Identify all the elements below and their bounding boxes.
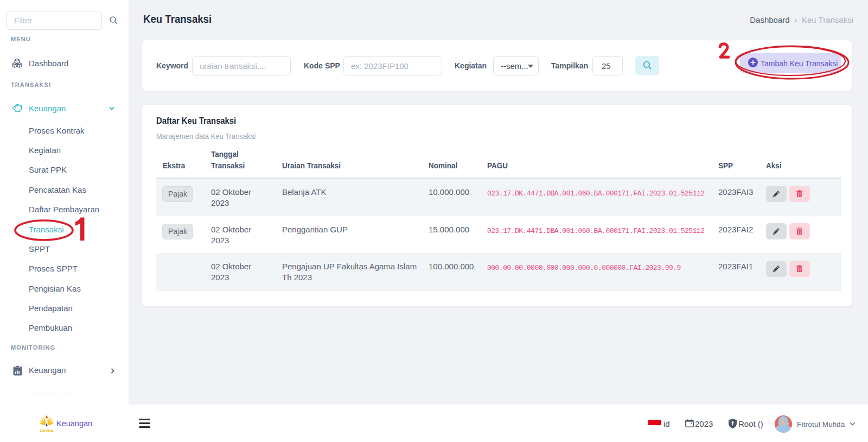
svg-text:UNSIKA: UNSIKA: [40, 429, 54, 433]
